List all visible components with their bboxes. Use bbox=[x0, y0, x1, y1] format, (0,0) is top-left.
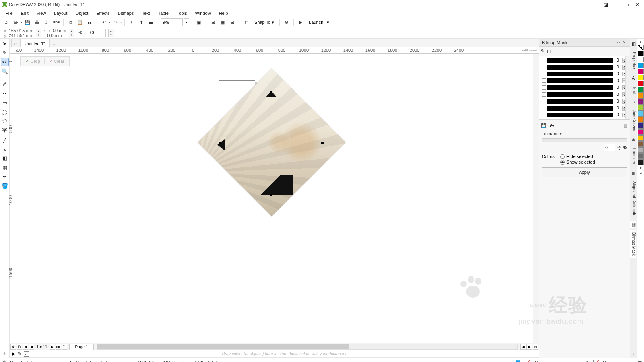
docker-collapse-icon[interactable]: ▸▸ bbox=[616, 40, 621, 45]
rotation-input[interactable] bbox=[87, 29, 106, 37]
new-doc-icon[interactable]: 🗋 bbox=[2, 18, 10, 27]
mask-row[interactable]: 0▴▾ bbox=[542, 64, 627, 70]
color-swatch[interactable] bbox=[638, 57, 644, 62]
launch-dropdown[interactable]: Launch bbox=[306, 18, 326, 26]
mask-checkbox[interactable] bbox=[542, 113, 546, 117]
undo-button[interactable]: ↶▾ bbox=[99, 18, 110, 26]
tab-add-icon[interactable]: ＋ bbox=[630, 350, 637, 358]
transparency-tool-icon[interactable]: ▩ bbox=[1, 163, 9, 171]
color-swatch[interactable] bbox=[638, 111, 644, 117]
tab-bitmap-mask-icon[interactable]: ▦ bbox=[630, 221, 636, 228]
shape-tool-icon[interactable]: ✎ bbox=[1, 49, 9, 57]
color-swatch[interactable] bbox=[638, 159, 644, 165]
hscroll-left[interactable]: ◀ bbox=[520, 344, 526, 350]
hscroll-right[interactable]: ▶ bbox=[526, 344, 532, 350]
fill-indicator-icon[interactable]: 🪣 bbox=[515, 360, 521, 362]
add-preset-icon[interactable]: ＋ bbox=[631, 29, 640, 37]
mask-color-bar[interactable] bbox=[547, 99, 613, 104]
mask-checkbox[interactable] bbox=[542, 106, 546, 110]
quick-customize-plus-icon[interactable]: ＋ bbox=[1, 350, 9, 358]
color-swatch[interactable] bbox=[638, 141, 644, 147]
color-swatch[interactable] bbox=[638, 93, 644, 99]
mask-row[interactable]: 0▴▾ bbox=[542, 98, 627, 104]
page-add-icon[interactable]: 🗋 bbox=[17, 344, 22, 350]
zoom-level-input[interactable]: 9% bbox=[161, 18, 183, 26]
show-rulers-icon[interactable]: ⊞ bbox=[208, 18, 217, 27]
tab-transform-icon[interactable]: ⊞ bbox=[630, 136, 637, 143]
tolerance-input[interactable] bbox=[604, 144, 615, 151]
menu-window[interactable]: Window bbox=[191, 10, 215, 16]
palette-prev-icon[interactable]: ▶ bbox=[12, 351, 15, 356]
document-tab[interactable]: Untitled-1* bbox=[20, 39, 50, 47]
mask-row[interactable]: 0▴▾ bbox=[542, 105, 627, 111]
color-swatch[interactable] bbox=[638, 99, 644, 105]
close-button[interactable]: ✕ bbox=[632, 0, 642, 8]
tab-transform[interactable]: Transform bbox=[630, 144, 637, 168]
size-stepper[interactable]: ▴▾ bbox=[69, 29, 74, 37]
mask-list-scrollbar[interactable] bbox=[625, 56, 631, 119]
polygon-tool-icon[interactable]: ⬠ bbox=[1, 117, 9, 125]
prev-page-button[interactable]: ◀ bbox=[29, 344, 34, 350]
paste-special-icon[interactable]: ☷ bbox=[85, 18, 94, 27]
page-pan-icon[interactable]: ✥ bbox=[10, 344, 16, 350]
fill-tool-icon[interactable]: 🪣 bbox=[1, 182, 9, 190]
eyedropper-icon[interactable]: ✒ bbox=[1, 173, 9, 181]
crop-clear-button[interactable]: ✕Clear bbox=[45, 58, 68, 65]
redo-button[interactable]: ↷▾ bbox=[111, 18, 122, 26]
zoom-dropdown[interactable]: ▾ bbox=[184, 18, 189, 26]
docker-close-icon[interactable]: ✕ bbox=[621, 40, 627, 45]
crop-apply-button[interactable]: ✔Crop bbox=[22, 58, 43, 65]
mask-row[interactable]: 0▴▾ bbox=[542, 78, 627, 84]
paste-icon[interactable]: 📋 bbox=[76, 18, 85, 27]
export-icon[interactable]: ⤴ bbox=[42, 18, 51, 27]
selection-handle[interactable] bbox=[270, 91, 272, 93]
mask-checkbox[interactable] bbox=[542, 58, 546, 62]
import-icon[interactable]: ⬇ bbox=[127, 18, 136, 27]
color-swatch[interactable] bbox=[638, 63, 644, 68]
snap-to-dropdown[interactable]: Snap To ▾ bbox=[252, 18, 277, 26]
save-mask-icon[interactable]: 💾 bbox=[541, 123, 547, 128]
pick-tool-icon[interactable]: ➤ bbox=[1, 39, 9, 47]
color-swatch[interactable] bbox=[638, 75, 644, 80]
menu-effects[interactable]: Effects bbox=[92, 10, 114, 16]
mask-checkbox[interactable] bbox=[542, 78, 546, 83]
quick-customize-icon[interactable]: ◪ bbox=[601, 0, 611, 8]
mask-color-bar[interactable] bbox=[547, 65, 613, 70]
color-swatch[interactable] bbox=[638, 87, 644, 93]
menu-bitmaps[interactable]: Bitmaps bbox=[114, 10, 138, 16]
mask-row[interactable]: 0▴▾ bbox=[542, 57, 627, 63]
copy-icon[interactable]: ⧉ bbox=[66, 18, 75, 27]
maximize-button[interactable]: ▭ bbox=[621, 0, 632, 8]
first-page-button[interactable]: ⏮ bbox=[23, 344, 28, 350]
add-page-after-icon[interactable]: 🗋 bbox=[62, 344, 67, 350]
open-doc-button[interactable]: 🗁▾ bbox=[11, 18, 22, 26]
tab-align[interactable]: Align and Distribute bbox=[630, 179, 637, 219]
show-selected-radio[interactable] bbox=[560, 160, 565, 165]
welcome-tab[interactable]: ⌂ bbox=[11, 39, 20, 47]
color-proof-icon[interactable]: ▦ bbox=[638, 360, 642, 362]
show-guides-icon[interactable]: ⊟ bbox=[228, 18, 237, 27]
no-color-swatch[interactable] bbox=[24, 351, 29, 357]
mask-row[interactable]: 0▴▾ bbox=[542, 71, 627, 77]
mask-checkbox[interactable] bbox=[542, 92, 546, 97]
mask-checkbox[interactable] bbox=[542, 85, 546, 90]
outline-swatch[interactable] bbox=[593, 360, 599, 362]
mask-checkbox[interactable] bbox=[542, 65, 546, 69]
horizontal-ruler[interactable]: -1600-1400-1200-1000-800-600-400-2000200… bbox=[10, 47, 539, 54]
mask-color-bar[interactable] bbox=[547, 78, 613, 83]
fullscreen-icon[interactable]: ▣ bbox=[194, 18, 203, 27]
rectangle-tool-icon[interactable]: ▭ bbox=[1, 99, 9, 107]
menu-tools[interactable]: Tools bbox=[173, 10, 191, 16]
color-swatch[interactable] bbox=[638, 69, 644, 74]
document-palette[interactable]: ▶ ✎ Drag colors (or objects) here to sto… bbox=[10, 350, 539, 358]
launch-caret-icon[interactable]: ▾ bbox=[327, 20, 329, 25]
palette-edit-icon[interactable]: ✎ bbox=[18, 351, 21, 356]
options-icon[interactable]: ⚙ bbox=[282, 18, 291, 27]
zoom-tool-icon[interactable]: 🔍 bbox=[1, 67, 9, 75]
minimize-button[interactable]: — bbox=[611, 0, 621, 8]
horizontal-scrollbar[interactable] bbox=[97, 344, 518, 350]
tolerance-slider[interactable] bbox=[542, 138, 627, 142]
print-icon[interactable]: 🖶 bbox=[33, 18, 41, 27]
mask-row[interactable]: 0▴▾ bbox=[542, 112, 627, 118]
save-icon[interactable]: 💾 bbox=[23, 18, 32, 27]
